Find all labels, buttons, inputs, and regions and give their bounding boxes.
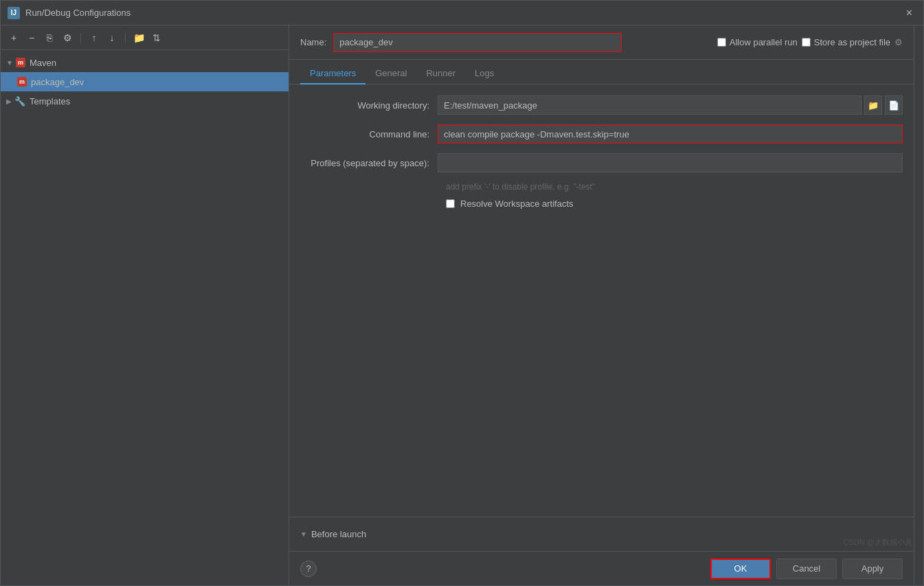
close-button[interactable]: ×	[902, 5, 916, 21]
profiles-hint: add prefix '-' to disable profile, e.g. …	[446, 182, 903, 192]
name-row: Name: Allow parallel run Store as projec…	[289, 25, 914, 60]
name-input[interactable]	[333, 33, 622, 52]
app-icon: IJ	[8, 7, 20, 19]
help-button[interactable]: ?	[300, 561, 317, 577]
profiles-row: Profiles (separated by space):	[300, 153, 903, 172]
sidebar-item-package-dev-label: package_dev	[31, 77, 84, 87]
checkbox-group: Allow parallel run Store as project file…	[717, 37, 903, 47]
collapse-arrow[interactable]: ▼	[300, 530, 307, 538]
command-line-label: Command line:	[300, 129, 438, 139]
sidebar-item-package-dev[interactable]: m package_dev	[1, 72, 289, 91]
working-directory-label: Working directory:	[300, 100, 438, 111]
move-up-button[interactable]: ↑	[87, 30, 102, 45]
sidebar-toolbar: + − ⎘ ⚙ ↑ ↓ 📁 ⇅	[1, 25, 289, 50]
resolve-workspace-row: Resolve Workspace artifacts	[446, 199, 903, 209]
tab-runner[interactable]: Runner	[416, 63, 465, 84]
right-panel: Name: Allow parallel run Store as projec…	[289, 25, 914, 585]
right-scrollbar[interactable]	[914, 25, 923, 585]
resolve-workspace-checkbox[interactable]	[446, 199, 455, 208]
right-panel-wrapper: Name: Allow parallel run Store as projec…	[289, 25, 923, 585]
before-launch-section: ▼ Before launch	[300, 529, 366, 539]
store-as-project-label: Store as project file	[802, 37, 890, 47]
working-directory-input[interactable]	[438, 95, 861, 115]
working-directory-folder-btn[interactable]: 📁	[864, 95, 882, 115]
allow-parallel-checkbox[interactable]	[717, 38, 726, 47]
footer: ? OK Cancel Apply	[289, 551, 914, 585]
dialog-title: Run/Debug Configurations	[25, 8, 902, 18]
title-bar: IJ Run/Debug Configurations ×	[1, 1, 923, 25]
run-debug-configurations-dialog: IJ Run/Debug Configurations × + − ⎘ ⚙ ↑ …	[0, 0, 924, 586]
expand-arrow-templates: ▶	[6, 98, 12, 105]
resolve-workspace-label: Resolve Workspace artifacts	[460, 199, 574, 209]
allow-parallel-label: Allow parallel run	[717, 37, 798, 47]
remove-button[interactable]: −	[24, 30, 39, 45]
sidebar: + − ⎘ ⚙ ↑ ↓ 📁 ⇅ ▼ m Maven	[1, 25, 289, 585]
working-directory-macro-btn[interactable]: 📄	[885, 95, 903, 115]
folder-button[interactable]: 📁	[131, 30, 146, 45]
settings-button[interactable]: ⚙	[60, 30, 75, 45]
sidebar-item-maven-label: Maven	[30, 58, 56, 68]
working-directory-row: Working directory: 📁 📄	[300, 95, 903, 115]
expand-arrow-maven: ▼	[6, 59, 13, 67]
tab-parameters[interactable]: Parameters	[300, 63, 365, 84]
store-as-project-checkbox[interactable]	[802, 38, 811, 47]
tab-general[interactable]: General	[365, 63, 416, 84]
main-content: + − ⎘ ⚙ ↑ ↓ 📁 ⇅ ▼ m Maven	[1, 25, 923, 585]
maven-icon-package: m	[17, 77, 27, 87]
profiles-input[interactable]	[438, 153, 903, 172]
profiles-label: Profiles (separated by space):	[300, 158, 438, 168]
working-directory-input-group: 📁 📄	[438, 95, 903, 115]
sidebar-item-templates[interactable]: ▶ 🔧 Templates	[1, 91, 289, 111]
cancel-button[interactable]: Cancel	[776, 559, 837, 579]
wrench-icon: 🔧	[14, 96, 25, 106]
tab-logs[interactable]: Logs	[465, 63, 504, 84]
move-down-button[interactable]: ↓	[104, 30, 120, 45]
command-line-row: Command line:	[300, 124, 903, 144]
toolbar-separator-2	[125, 32, 126, 43]
sidebar-item-maven[interactable]: ▼ m Maven	[1, 53, 289, 72]
command-line-input[interactable]	[438, 124, 903, 144]
tabs-bar: Parameters General Runner Logs	[289, 60, 914, 84]
before-launch-bar: ▼ Before launch	[289, 517, 914, 551]
config-tree: ▼ m Maven m package_dev ▶ 🔧 Templates	[1, 50, 289, 585]
sort-button[interactable]: ⇅	[149, 30, 164, 45]
name-label: Name:	[300, 37, 326, 47]
add-button[interactable]: +	[6, 30, 21, 45]
ok-button[interactable]: OK	[710, 559, 771, 579]
toolbar-separator-1	[80, 32, 81, 43]
gear-icon[interactable]: ⚙	[894, 37, 903, 47]
tab-content-parameters: Working directory: 📁 📄 Command line:	[289, 84, 914, 517]
maven-icon: m	[16, 58, 25, 67]
apply-button[interactable]: Apply	[842, 559, 903, 579]
sidebar-item-templates-label: Templates	[30, 96, 70, 106]
copy-button[interactable]: ⎘	[42, 30, 57, 45]
before-launch-label: Before launch	[311, 529, 366, 539]
